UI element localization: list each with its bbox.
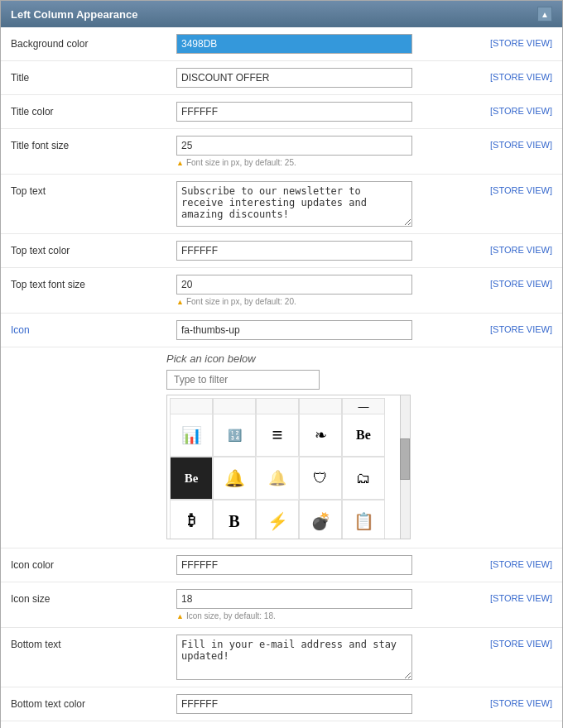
bell-icon[interactable]: 🔔 [213,457,256,500]
bitcoin-icon[interactable]: ₿ [170,500,213,539]
book-icon[interactable]: 📋 [342,500,385,539]
top-text-color-row: Top text color [STORE VIEW] [1,234,562,268]
top-text-row: Top text Subscribe to our newsletter to … [1,175,562,234]
title-font-size-row: Title font size ▲ Font size in px, by de… [1,129,562,175]
icon-row-3: ₿ B ⚡ 💣 📋 [167,500,410,539]
background-color-wrap [176,34,482,54]
icon-grid-container: — 📊 🔢 ≡ ❧ Be Be 🔔 🔔 🛡 🗂 [166,395,411,539]
icon-color-label: Icon color [11,555,176,571]
bold-icon[interactable]: B [213,500,256,539]
title-font-size-label: Title font size [11,136,176,151]
barcode-icon[interactable]: 🔢 [213,414,256,457]
icon-color-row: Icon color [STORE VIEW] [1,548,562,582]
bell-o-icon[interactable]: 🔔 [256,457,299,500]
pilcrow-icon[interactable]: ❧ [299,414,342,457]
bottom-text-input[interactable]: Fill in your e-mail address and stay upd… [176,635,412,680]
icon-cell-partial-4 [299,398,342,414]
title-input[interactable] [176,68,412,88]
shield-icon[interactable]: 🛡 [299,457,342,500]
title-font-size-hint-text: Font size in px, by default: 25. [186,158,296,167]
title-store-view[interactable]: [STORE VIEW] [490,68,552,82]
top-text-font-size-row: Top text font size ▲ Font size in px, by… [1,268,562,314]
icon-size-wrap: ▲ Icon size, by default: 18. [176,589,482,620]
icon-input[interactable] [176,320,412,340]
top-text-color-input[interactable] [176,241,412,261]
panel-body: Background color [STORE VIEW] Title [STO… [1,27,562,728]
icon-picker-label: Pick an icon below [166,352,552,365]
top-text-font-size-input[interactable] [176,275,412,295]
top-text-store-view[interactable]: [STORE VIEW] [490,181,552,195]
title-color-input[interactable] [176,102,412,122]
icon-size-hint: ▲ Icon size, by default: 18. [176,611,482,620]
title-font-size-input[interactable] [176,136,412,156]
top-text-font-size-wrap: ▲ Font size in px, by default: 20. [176,275,482,306]
hint-triangle-icon3: ▲ [176,612,184,620]
icon-size-hint-text: Icon size, by default: 18. [186,611,276,620]
scrollbar[interactable] [400,395,410,539]
bottom-text-store-view[interactable]: [STORE VIEW] [490,635,552,649]
icon-size-input[interactable] [176,589,412,609]
scrollbar-thumb[interactable] [400,438,410,480]
bottom-text-label: Bottom text [11,635,176,650]
align-justify-icon[interactable]: ≡ [256,414,299,457]
title-color-label: Title color [11,102,176,117]
panel-collapse-button[interactable]: ▲ [537,7,552,22]
title-color-store-view[interactable]: [STORE VIEW] [490,102,552,116]
icon-filter-input[interactable] [166,370,320,390]
icon-wrap [176,320,482,340]
top-text-color-wrap [176,241,482,261]
icon-cell-partial-5: — [342,398,385,414]
icon-color-store-view[interactable]: [STORE VIEW] [490,555,552,569]
bottom-text-color-label: Bottom text color [11,694,176,710]
icon-color-input[interactable] [176,555,412,575]
title-label: Title [11,68,176,84]
top-text-color-label: Top text color [11,241,176,256]
title-wrap [176,68,482,88]
top-text-label: Top text [11,181,176,197]
icon-color-wrap [176,555,482,575]
bottom-text-color-input[interactable] [176,694,412,714]
title-color-row: Title color [STORE VIEW] [1,95,562,129]
icon-size-row: Icon size ▲ Icon size, by default: 18. [… [1,582,562,628]
left-column-appearance-panel: Left Column Appearance ▲ Background colo… [0,0,563,728]
icon-label: Icon [11,320,176,336]
bottom-text-row: Bottom text Fill in your e-mail address … [1,628,562,687]
background-color-label: Background color [11,34,176,50]
bottom-text-color-wrap [176,694,482,714]
bar-chart-icon[interactable]: 📊 [170,414,213,457]
top-text-color-store-view[interactable]: [STORE VIEW] [490,241,552,255]
icon-row-1: 📊 🔢 ≡ ❧ Be [167,414,410,457]
behance-square-icon[interactable]: Be [170,457,213,500]
title-font-size-store-view[interactable]: [STORE VIEW] [490,136,552,150]
icon-picker-section: Pick an icon below — 📊 🔢 ≡ ❧ Be [1,347,562,548]
icon-cell-partial-1 [170,398,213,414]
behance-icon[interactable]: Be [342,414,385,457]
top-text-font-size-label: Top text font size [11,275,176,290]
icon-cell-partial-2 [213,398,256,414]
background-color-row: Background color [STORE VIEW] [1,27,562,61]
hint-triangle-icon: ▲ [176,159,184,167]
database-icon[interactable]: 🗂 [342,457,385,500]
hint-triangle-icon2: ▲ [176,298,184,306]
title-row: Title [STORE VIEW] [1,61,562,95]
bottom-text-wrap: Fill in your e-mail address and stay upd… [176,635,482,680]
bolt-icon[interactable]: ⚡ [256,500,299,539]
title-color-wrap [176,102,482,122]
icon-row: Icon [STORE VIEW] [1,314,562,347]
top-text-font-size-hint: ▲ Font size in px, by default: 20. [176,297,482,306]
icon-partial-top-row: — [167,395,410,414]
top-text-wrap: Subscribe to our newsletter to receive i… [176,181,482,227]
background-color-store-view[interactable]: [STORE VIEW] [490,34,552,48]
background-color-input[interactable] [176,34,412,54]
icon-store-view[interactable]: [STORE VIEW] [490,320,552,334]
bomb-icon[interactable]: 💣 [299,500,342,539]
top-text-font-size-hint-text: Font size in px, by default: 20. [186,297,296,306]
top-text-font-size-store-view[interactable]: [STORE VIEW] [490,275,552,289]
title-font-size-hint: ▲ Font size in px, by default: 25. [176,158,482,167]
icon-size-label: Icon size [11,589,176,605]
icon-cell-partial-3 [256,398,299,414]
panel-title: Left Column Appearance [11,8,137,21]
icon-size-store-view[interactable]: [STORE VIEW] [490,589,552,603]
top-text-input[interactable]: Subscribe to our newsletter to receive i… [176,181,412,227]
bottom-text-color-store-view[interactable]: [STORE VIEW] [490,694,552,708]
